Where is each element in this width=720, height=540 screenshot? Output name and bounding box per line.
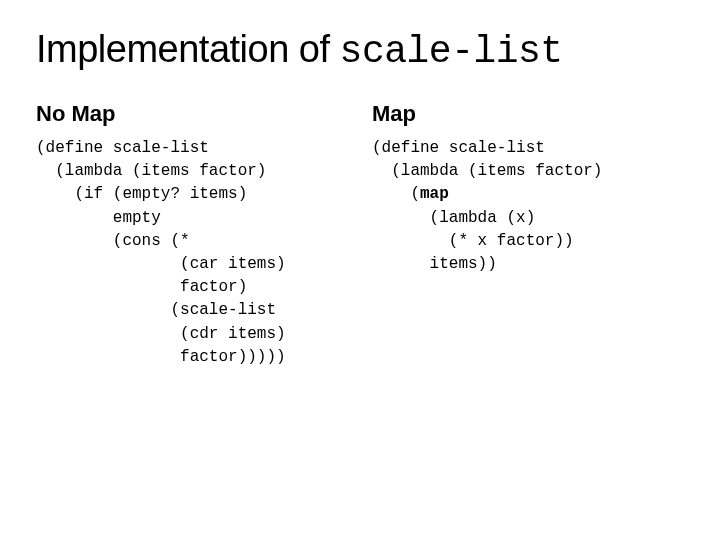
content-columns: No Map (define scale-list (lambda (items… [36,101,684,369]
left-code-block: (define scale-list (lambda (items factor… [36,137,348,369]
right-column: Map (define scale-list (lambda (items fa… [372,101,684,369]
left-heading: No Map [36,101,348,127]
left-column: No Map (define scale-list (lambda (items… [36,101,348,369]
slide-title: Implementation of scale-list [36,28,684,73]
right-heading: Map [372,101,684,127]
right-code-block: (define scale-list (lambda (items factor… [372,137,684,276]
title-prefix: Implementation of [36,28,340,70]
title-code: scale-list [340,30,563,73]
